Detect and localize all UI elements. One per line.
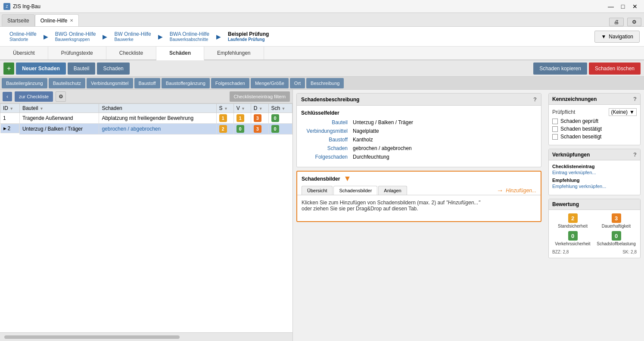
tab-checkliste[interactable]: Checkliste: [106, 47, 156, 59]
tab-online-hilfe[interactable]: Online-Hilfe ✕: [35, 14, 79, 26]
verbindungsmittel-button[interactable]: Verbindungsmittel: [87, 78, 133, 88]
nav-dropdown-icon: ▼: [601, 34, 606, 40]
tab-close-icon[interactable]: ✕: [70, 18, 73, 23]
arrow-right-icon: →: [496, 187, 503, 194]
kennzeichnungen-card: Kennzeichnungen ? Prüfpflicht (Keine) ▼ …: [548, 93, 641, 145]
tab-startseite-label: Startseite: [7, 18, 29, 24]
field-schaden: Schaden gebrochen / abgebrochen: [301, 145, 537, 151]
tab-uebersicht[interactable]: Übersicht: [0, 47, 48, 59]
table-row[interactable]: 1 Tragende Außenwand Abplatzung mit frei…: [0, 113, 292, 124]
help-icon[interactable]: ?: [533, 96, 537, 103]
breadcrumb-bar: Online-Hilfe Standorte ▶ BWG Online-Hilf…: [0, 27, 644, 47]
breadcrumb-beispiel[interactable]: Beispiel Prüfung Laufende Prüfung: [223, 31, 274, 42]
pruefpflicht-label: Prüfpflicht: [552, 109, 575, 115]
folgeschaden-button[interactable]: Folgeschaden: [211, 78, 249, 88]
nav-label: Navigation: [609, 34, 633, 40]
schadensbilder-header: Schadensbilder ▼: [297, 172, 541, 186]
cb-beseitigt[interactable]: [552, 134, 558, 140]
maximize-button[interactable]: □: [617, 2, 628, 11]
pruefpflicht-row: Prüfpflicht (Keine) ▼: [552, 108, 637, 116]
tab-pruefungstexte[interactable]: Prüfungstexte: [48, 47, 106, 59]
schadensbilder-body: Klicken Sie zum Hinzufügen von Schadensb…: [297, 195, 541, 221]
neuer-schaden-button[interactable]: Neuer Schaden: [16, 63, 65, 75]
schaden-table: ID ▼ Bauteil ▼ Schaden S ▼ V ▼ D ▼ Sch ▼…: [0, 103, 292, 135]
ort-button[interactable]: Ort: [290, 78, 305, 88]
schadensbeschreibung-card: Schadensbeschreibung ? Schlüsselfelder B…: [296, 93, 541, 167]
pruefpflicht-dropdown-icon: ▼: [629, 109, 635, 115]
bew-dauerhaftigkeit-label: Dauerhaftigkeit: [596, 224, 637, 228]
tab-empfehlungen[interactable]: Empfehlungen: [204, 47, 264, 59]
bew-standsicherheit: 2 Standsicherheit: [552, 213, 593, 228]
checkbox-bestaetigt[interactable]: Schaden bestätigt: [552, 126, 637, 132]
horizontal-scrollbar[interactable]: [0, 332, 292, 341]
hinzufuegen-label: Hinzufügen...: [506, 188, 536, 194]
hinzufuegen-area[interactable]: → Hinzufügen...: [496, 187, 536, 194]
col-id: ID ▼: [0, 104, 20, 113]
arrow-down-icon: ▼: [343, 174, 351, 183]
bauteilergaenzung-button[interactable]: Bauteilergänzung: [2, 78, 47, 88]
checkbox-geprueft[interactable]: Schaden geprüft: [552, 118, 637, 124]
minimize-button[interactable]: —: [605, 2, 616, 11]
pruefpflicht-select[interactable]: (Keine) ▼: [609, 108, 637, 116]
bauteilschutz-button[interactable]: Bauteilschutz: [49, 78, 85, 88]
settings-button[interactable]: ⚙: [627, 18, 641, 26]
simg-tab-schadensbilder[interactable]: Schadensbilder: [333, 186, 377, 195]
filter-button[interactable]: Checklisteneintrag filtern: [230, 91, 290, 102]
kennzeichnungen-help-icon[interactable]: ?: [633, 96, 637, 102]
bauteil-button[interactable]: Bauteil: [68, 63, 96, 75]
schaden-kopieren-button[interactable]: Schaden kopieren: [533, 63, 587, 75]
cell-sch: 0: [268, 113, 292, 124]
schaden-loeschen-button[interactable]: Schaden löschen: [589, 63, 641, 75]
field-baustoff: Baustoff Kantholz: [301, 137, 537, 143]
simg-tab-uebersicht[interactable]: Übersicht: [302, 186, 333, 195]
app-icon: Z: [3, 3, 10, 10]
bewertung-footer: BZZ: 2,8 SK: 2,8: [549, 250, 640, 258]
baustoff-button[interactable]: Baustoff: [134, 78, 160, 88]
bewertung-card: Bewertung 2 Standsicherheit 3 Dauerhafti…: [548, 199, 641, 258]
baustoffergaenzung-button[interactable]: Baustoffergänzung: [162, 78, 210, 88]
navigation-button[interactable]: ▼ Navigation: [594, 31, 640, 43]
simg-tab-anlagen[interactable]: Anlagen: [378, 186, 407, 195]
verknuepfungen-help-icon[interactable]: ?: [633, 151, 637, 158]
link-empfehlung-title: Empfehlung: [552, 178, 637, 183]
bew-standsicherheit-badge: 2: [568, 213, 578, 223]
window-controls: — □ ✕: [605, 2, 641, 11]
zur-checkliste-button[interactable]: zur Checkliste: [15, 91, 53, 102]
left-panel-header: ‹ zur Checkliste ⚙ Checklisteneintrag fi…: [0, 90, 292, 103]
beschreibung-button[interactable]: Beschreibung: [306, 78, 344, 88]
collapse-button[interactable]: ‹: [3, 92, 12, 101]
cell-d: 3: [251, 113, 268, 124]
schadensbilder-tabs: Übersicht Schadensbilder Anlagen → Hinzu…: [297, 186, 541, 195]
panel-settings-button[interactable]: ⚙: [56, 91, 66, 102]
breadcrumb-bwa[interactable]: BWA Online-Hilfe Bauwerksabschnitte: [165, 31, 215, 42]
close-button[interactable]: ✕: [629, 2, 641, 11]
link-checklisteneintrag-sub[interactable]: Eintrag verknüpfen...: [552, 170, 637, 175]
verknuepfungen-body: Checklisteneintrag Eintrag verknüpfen...…: [549, 160, 640, 195]
link-empfehlung: Empfehlung Empfehlung verknüpfen...: [552, 178, 637, 189]
schadensbeschreibung-header: Schadensbeschreibung ?: [297, 94, 541, 106]
checkbox-beseitigt[interactable]: Schaden beseitigt: [552, 134, 637, 140]
table-row[interactable]: ▶ 2 Unterzug / Balken / Träger gebrochen…: [0, 124, 292, 135]
verknuepfungen-header: Verknüpfungen ?: [549, 149, 640, 160]
field-folgeschaden: Folgeschaden Durchfeuchtung: [301, 154, 537, 160]
tab-startseite[interactable]: Startseite: [2, 14, 35, 26]
breadcrumb-online-hilfe[interactable]: Online-Hilfe Standorte: [4, 31, 42, 42]
print-button[interactable]: 🖨: [609, 18, 624, 26]
cb-bestaetigt[interactable]: [552, 126, 558, 132]
breadcrumb-bw[interactable]: BW Online-Hilfe Bauwerke: [109, 31, 156, 42]
breadcrumb: Online-Hilfe Standorte ▶ BWG Online-Hilf…: [4, 31, 274, 42]
bew-schadstoff: 0 Schadstoffbelastung: [596, 231, 637, 246]
cell-v: 1: [233, 113, 251, 124]
schadensbilder-panel: Schadensbilder ▼ Übersicht Schadensbilde…: [296, 171, 541, 222]
link-empfehlung-sub[interactable]: Empfehlung verknüpfen...: [552, 184, 637, 189]
schaden-button[interactable]: Schaden: [97, 63, 129, 75]
add-icon-button[interactable]: +: [3, 63, 14, 75]
cb-geprueft[interactable]: [552, 119, 558, 124]
menge-groesse-button[interactable]: Menge/Größe: [251, 78, 289, 88]
breadcrumb-arrow-3: ▶: [156, 33, 165, 40]
cell-s: 2: [216, 124, 233, 135]
bew-schadstoff-badge: 0: [612, 231, 621, 241]
breadcrumb-bwg[interactable]: BWG Online-Hilfe Bauwerksgruppen: [50, 31, 101, 42]
main-tabs: Übersicht Prüfungstexte Checkliste Schäd…: [0, 47, 644, 60]
tab-schaeden[interactable]: Schäden: [156, 47, 204, 60]
